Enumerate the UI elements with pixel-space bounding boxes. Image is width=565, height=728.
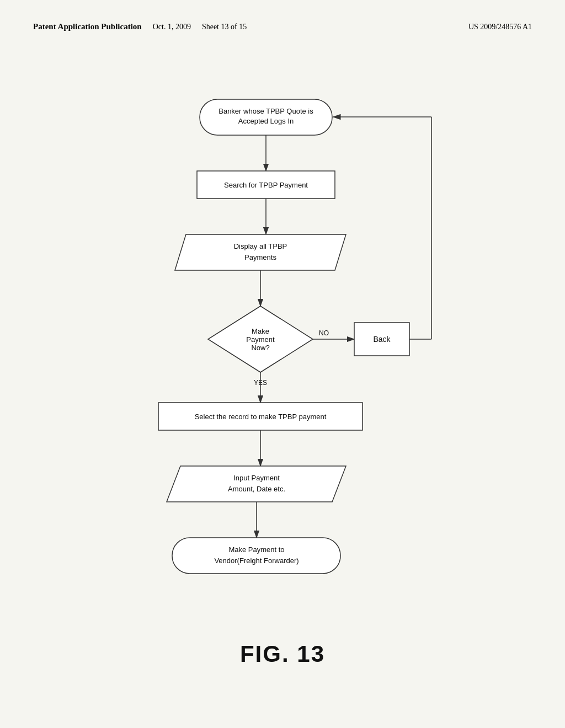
sheet-info: Sheet 13 of 15 [202,23,247,31]
flowchart-svg: Banker whose TPBP Quote is Accepted Logs… [95,72,470,612]
node-decision-line1: Make [252,327,269,335]
publication-date: Oct. 1, 2009 [153,23,191,31]
node-input-line1: Input Payment [233,474,280,482]
node-select: Select the record to make TPBP payment [195,413,327,421]
node-make-line1: Make Payment to [228,545,284,554]
node-start-line1: Banker whose TPBP Quote is [218,107,313,115]
diagram-container: Banker whose TPBP Quote is Accepted Logs… [0,72,565,728]
figure-label: FIG. 13 [240,641,325,667]
node-search: Search for TPBP Payment [224,181,308,189]
node-display-line1: Display all TPBP [234,242,287,250]
label-no: NO [319,329,329,337]
svg-rect-18 [172,538,340,574]
patent-number: US 2009/248576 A1 [468,23,532,31]
node-back: Back [373,335,391,344]
svg-marker-16 [167,466,346,502]
node-decision-line2: Payment [246,335,275,344]
node-decision-line3: Now? [251,344,269,352]
node-input-line2: Amount, Date etc. [228,485,285,493]
page-header: Patent Application Publication Oct. 1, 2… [33,22,532,31]
node-display-line2: Payments [244,253,276,261]
publication-title: Patent Application Publication [33,22,142,31]
node-start-line2: Accepted Logs In [238,117,294,125]
svg-marker-5 [175,234,346,270]
node-make-line2: Vendor(Freight Forwarder) [214,556,299,565]
